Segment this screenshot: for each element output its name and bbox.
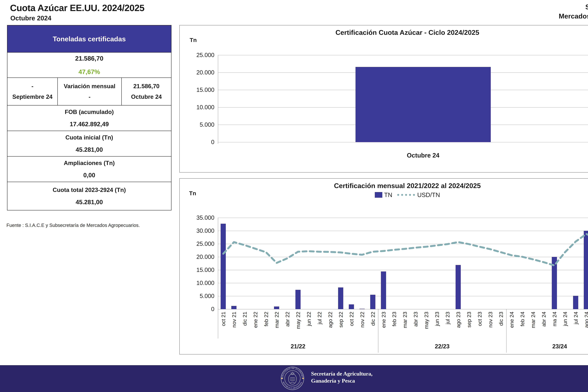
month-label: ene 22: [252, 312, 258, 328]
month-label: ago 22: [327, 312, 334, 328]
month-label: ago 23: [455, 312, 462, 328]
month-label: sep 23: [466, 312, 472, 328]
total-certified-value: 21.586,70: [75, 55, 103, 62]
month-label: mar 23: [402, 312, 408, 328]
footer-org-line2: Ganadería y Pesca: [311, 377, 372, 384]
monthly-comparison-row: - Septiembre 24 Variación mensual - 21.5…: [8, 78, 171, 105]
month-label: ene 23: [381, 312, 387, 328]
cycle-chart-y-unit: Tn: [190, 37, 197, 43]
month-label: jun 23: [434, 312, 440, 326]
month-label: nov 22: [359, 312, 366, 328]
row-value: 17.462.892,49: [70, 120, 109, 128]
legend-usdtn-label: USD/TN: [417, 191, 440, 198]
y-tick-label: 10.000: [183, 104, 214, 111]
footer-org-name: Secretaría de Agricultura, Ganadería y P…: [311, 370, 372, 384]
legend-item-tn: TN: [375, 191, 392, 198]
prev-month-cell: - Septiembre 24: [8, 78, 58, 105]
left-tick-label: 35.000: [183, 214, 214, 221]
left-tick-label: 0: [183, 306, 214, 312]
left-tick-label: 30.000: [183, 227, 214, 234]
svg-text:REPÚBLICA ARGENTINA: REPÚBLICA ARGENTINA: [282, 382, 302, 389]
month-label: jul 24: [573, 312, 579, 324]
variation-value: -: [88, 94, 90, 100]
gridline: [218, 142, 588, 142]
curr-month-value: 21.586,70: [133, 83, 160, 90]
table-row: FOB (acumulado) 17.462.892,49: [8, 105, 171, 131]
variation-label: Variación mensual: [64, 83, 115, 90]
month-label: feb 23: [391, 312, 397, 326]
left-tick-label: 5.000: [183, 292, 214, 300]
y-tick-label: 20.000: [183, 69, 214, 76]
row-label: FOB (acumulado): [65, 108, 114, 116]
month-label: may 23: [423, 312, 430, 329]
month-label: feb 24: [520, 312, 526, 326]
total-certified-pct: 47,67%: [78, 68, 100, 76]
month-label: abr 22: [284, 312, 290, 327]
row-value: 45.281,00: [76, 198, 103, 206]
month-label: dic 21: [242, 312, 248, 326]
month-label: oct 21: [220, 312, 226, 326]
curr-month-label: Octubre 24: [131, 94, 162, 100]
summary-total-row: 21.586,70 47,67%: [8, 52, 171, 78]
month-label: dic 22: [370, 312, 376, 326]
page-title: Cuota Azúcar EE.UU. 2024/2025: [10, 2, 144, 13]
month-label: mar 24: [530, 312, 536, 328]
source-note: Fuente : S.I.A.C.E y Subsecretaría de Me…: [6, 223, 140, 228]
month-label: oct 22: [348, 312, 355, 326]
summary-table-header: Toneladas certificadas: [8, 26, 171, 52]
certified-tons-bar: [356, 67, 491, 142]
y-tick-label: 15.000: [183, 86, 214, 93]
summary-table: Toneladas certificadas 21.586,70 47,67% …: [7, 25, 172, 210]
month-label: may 22: [295, 312, 301, 329]
y-tick-label: 5.000: [183, 121, 214, 128]
y-tick-label: 25.000: [183, 52, 214, 58]
monthly-chart-left-unit: Tn: [189, 190, 196, 196]
cycle-chart: Certificación Cuota Azúcar - Ciclo 2024/…: [179, 25, 588, 172]
monthly-chart-title: Certificación mensual 2021/2022 al 2024/…: [180, 182, 588, 190]
org-name-line2: Mercados Agropecuarios: [559, 12, 588, 21]
table-row: Cuota inicial (Tn) 45.281,00: [8, 131, 171, 156]
month-label: dic 23: [498, 312, 504, 326]
month-label: ma 24: [552, 312, 558, 326]
monthly-chart-legend: TN USD/TN: [180, 191, 588, 198]
month-label: jun 22: [306, 312, 312, 326]
ministry-seal-logo: MINISTERIO DE ECONOMÍA REPÚBLICA ARGENTI…: [280, 366, 304, 390]
table-row: Cuota total 2023-2924 (Tn) 45.281,00: [8, 182, 171, 210]
x-category-label: Octubre 24: [376, 152, 470, 159]
footer-org-line1: Secretaría de Agricultura,: [311, 370, 372, 377]
month-label: abr 23: [413, 312, 419, 327]
group-label: 21/22: [291, 343, 306, 350]
row-value: 0,00: [83, 172, 95, 179]
left-tick-label: 20.000: [183, 254, 214, 260]
left-tick-label: 25.000: [183, 240, 214, 247]
org-name-line1: Subsecretaría de: [559, 2, 588, 12]
legend-item-usdtn: USD/TN: [397, 191, 440, 198]
month-label: abr 24: [541, 312, 547, 327]
table-row: Ampliaciones (Tn) 0,00: [8, 156, 171, 182]
page-subtitle: Octubre 2024: [10, 14, 52, 22]
row-label: Cuota total 2023-2924 (Tn): [53, 186, 126, 193]
cycle-chart-title: Certificación Cuota Azúcar - Ciclo 2024/…: [180, 28, 588, 36]
report-canvas: Cuota Azúcar EE.UU. 2024/2025 Octubre 20…: [0, 0, 588, 392]
month-label: ago 24: [584, 312, 588, 328]
month-label: sep 22: [338, 312, 344, 328]
usdtn-dotted-line-icon: [397, 194, 415, 196]
y-axis-line: [218, 55, 218, 144]
month-label: jul 22: [316, 312, 323, 324]
y-tick-label: 0: [183, 139, 214, 146]
monthly-chart: Certificación mensual 2021/2022 al 2024/…: [179, 178, 588, 354]
legend-tn-label: TN: [384, 191, 392, 198]
group-label: 22/23: [435, 343, 450, 350]
prev-month-label: Septiembre 24: [12, 94, 52, 100]
month-label: jun 24: [562, 312, 568, 326]
month-label: mar 22: [274, 312, 280, 328]
group-label: 23/24: [552, 343, 567, 350]
curr-month-cell: 21.586,70 Octubre 24: [121, 78, 171, 105]
month-label: oct 23: [477, 312, 483, 326]
row-label: Ampliaciones (Tn): [64, 160, 115, 166]
left-tick-label: 15.000: [183, 266, 214, 273]
group-divider: [506, 309, 506, 352]
usdtn-dotted-line: [218, 216, 588, 310]
variation-cell: Variación mensual -: [58, 78, 121, 105]
month-label: nov 21: [231, 312, 237, 328]
